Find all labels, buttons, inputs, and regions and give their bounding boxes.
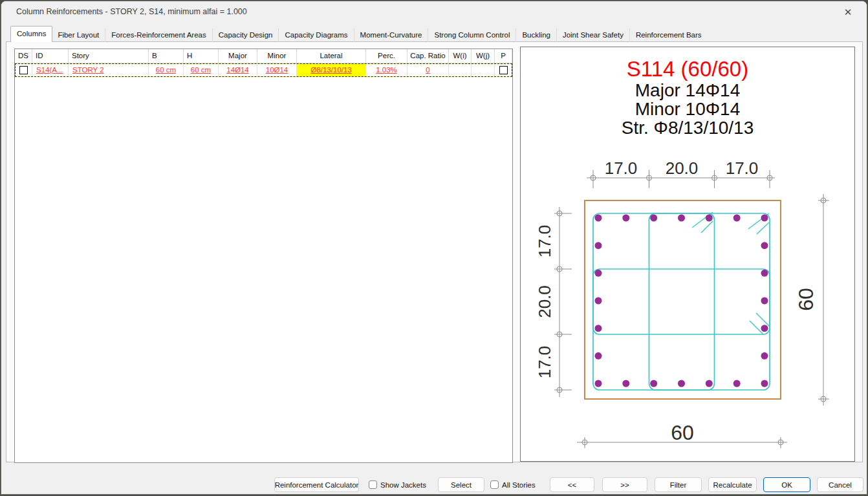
cell-wi xyxy=(449,63,472,77)
ds-checkbox[interactable] xyxy=(19,66,28,74)
dimension-left: 17.0 20.0 17.0 xyxy=(535,207,572,397)
columns-tab-page: DS ID Story B H Major Minor Lateral Perc… xyxy=(6,41,863,462)
tab-forces-reinforcement-areas[interactable]: Forces-Reinforcement Areas xyxy=(105,28,212,42)
rebar-dots xyxy=(595,215,768,387)
cell-major[interactable]: 14Ø14 xyxy=(219,63,257,77)
col-header-p[interactable]: P xyxy=(495,49,512,63)
col-header-id[interactable]: ID xyxy=(32,49,69,63)
all-stories-checkbox-group[interactable]: All Stories xyxy=(490,477,536,492)
stirrup-hooks xyxy=(692,212,770,334)
dimension-bottom: 60 xyxy=(577,421,787,448)
table-row[interactable]: S14(A... STORY 2 60 cm 60 cm 14Ø14 10Ø14… xyxy=(15,63,512,77)
col-header-b[interactable]: B xyxy=(149,49,184,63)
col-header-major[interactable]: Major xyxy=(219,49,257,63)
all-stories-checkbox[interactable] xyxy=(490,480,499,489)
col-header-h[interactable]: H xyxy=(184,49,219,63)
section-preview-panel: S114 (60/60) Major 14Φ14 Minor 10Φ14 Str… xyxy=(520,47,855,462)
window-title: Column Reinforcements - STORY 2, S14, mi… xyxy=(16,1,247,23)
tab-fiber-layout[interactable]: Fiber Layout xyxy=(52,28,105,42)
tab-joint-shear-safety[interactable]: Joint Shear Safety xyxy=(556,28,629,42)
tab-reinforcement-bars[interactable]: Reinforcement Bars xyxy=(629,28,708,42)
cell-p xyxy=(495,63,512,77)
col-header-wj[interactable]: W(j) xyxy=(472,49,495,63)
reinforcement-calculator-button[interactable]: Reinforcement Calculator xyxy=(274,477,359,492)
tab-strong-column-control[interactable]: Strong Column Control xyxy=(428,28,515,42)
column-reinforcements-dialog: Column Reinforcements - STORY 2, S14, mi… xyxy=(1,1,867,495)
show-jackets-checkbox[interactable] xyxy=(369,480,377,489)
cell-story[interactable]: STORY 2 xyxy=(69,63,149,77)
cell-wj xyxy=(472,63,495,77)
tab-strip: Columns Fiber Layout Forces-Reinforcemen… xyxy=(10,27,708,42)
dim-left-3: 17.0 xyxy=(535,346,554,379)
tab-columns[interactable]: Columns xyxy=(10,26,52,42)
all-stories-label: All Stories xyxy=(502,481,536,489)
col-header-cap-ratio[interactable]: Cap. Ratio xyxy=(407,49,449,63)
show-jackets-checkbox-group[interactable]: Show Jackets xyxy=(369,477,426,492)
columns-table: DS ID Story B H Major Minor Lateral Perc… xyxy=(14,49,513,463)
show-jackets-label: Show Jackets xyxy=(380,481,426,489)
dim-right-60: 60 xyxy=(794,288,818,311)
col-header-perc[interactable]: Perc. xyxy=(366,49,407,63)
cell-cap-ratio[interactable]: 0 xyxy=(407,63,449,77)
dim-top-1: 17.0 xyxy=(605,158,638,178)
dim-top-2: 20.0 xyxy=(666,158,699,178)
p-checkbox[interactable] xyxy=(499,66,508,74)
cell-h[interactable]: 60 cm xyxy=(184,63,219,77)
filter-button[interactable]: Filter xyxy=(655,477,702,492)
col-header-minor[interactable]: Minor xyxy=(257,49,297,63)
concrete-outline xyxy=(585,200,781,399)
dim-left-1: 17.0 xyxy=(535,225,554,258)
table-header-row: DS ID Story B H Major Minor Lateral Perc… xyxy=(15,49,512,63)
cell-ds xyxy=(15,63,32,77)
tab-moment-curvature[interactable]: Moment-Curvature xyxy=(354,28,428,42)
ok-button[interactable]: OK xyxy=(763,477,810,492)
close-icon: ✕ xyxy=(844,6,852,18)
close-button[interactable]: ✕ xyxy=(834,3,862,21)
stirrups xyxy=(593,213,770,390)
dim-left-2: 20.0 xyxy=(535,285,554,318)
previous-button[interactable]: << xyxy=(550,477,594,492)
col-header-lateral[interactable]: Lateral xyxy=(297,49,366,63)
title-bar: Column Reinforcements - STORY 2, S14, mi… xyxy=(1,1,867,22)
next-button[interactable]: >> xyxy=(602,477,647,492)
dim-bottom-60: 60 xyxy=(671,421,694,444)
cell-perc[interactable]: 1.03% xyxy=(366,63,407,77)
tab-capacity-design[interactable]: Capacity Design xyxy=(212,28,279,42)
select-button[interactable]: Select xyxy=(438,477,484,492)
dimension-right: 60 xyxy=(794,194,829,405)
cell-id[interactable]: S14(A... xyxy=(32,63,69,77)
cell-lateral[interactable]: Ø8/13/10/13 xyxy=(297,63,366,77)
col-header-wi[interactable]: W(i) xyxy=(449,49,472,63)
cell-minor[interactable]: 10Ø14 xyxy=(257,63,297,77)
tab-capacity-diagrams[interactable]: Capacity Diagrams xyxy=(278,28,353,42)
dimension-top: 17.0 20.0 17.0 xyxy=(587,158,775,188)
cell-b[interactable]: 60 cm xyxy=(149,63,184,77)
col-header-ds[interactable]: DS xyxy=(15,49,32,63)
recalculate-button[interactable]: Recalculate xyxy=(708,477,757,492)
cancel-button[interactable]: Cancel xyxy=(817,477,863,492)
tab-buckling[interactable]: Buckling xyxy=(515,28,556,42)
col-header-story[interactable]: Story xyxy=(69,49,149,63)
column-section-diagram: 17.0 20.0 17.0 17.0 20.0 xyxy=(521,47,854,461)
dim-top-3: 17.0 xyxy=(726,158,759,178)
